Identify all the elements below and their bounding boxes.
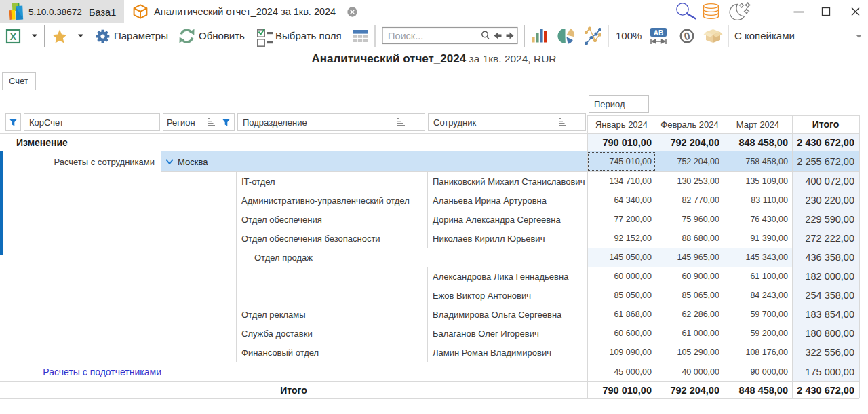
svg-text:Параметры: Параметры (114, 30, 168, 41)
svg-text:Выбрать поля: Выбрать поля (275, 30, 342, 41)
svg-text:AB: AB (654, 29, 663, 37)
svg-text:100%: 100% (616, 30, 642, 41)
svg-text:X: X (10, 31, 17, 42)
svg-text:0: 0 (683, 30, 691, 43)
svg-text:Поиск...: Поиск... (388, 31, 423, 41)
svg-text:С копейками: С копейками (734, 30, 795, 41)
svg-text:Обновить: Обновить (199, 30, 245, 41)
